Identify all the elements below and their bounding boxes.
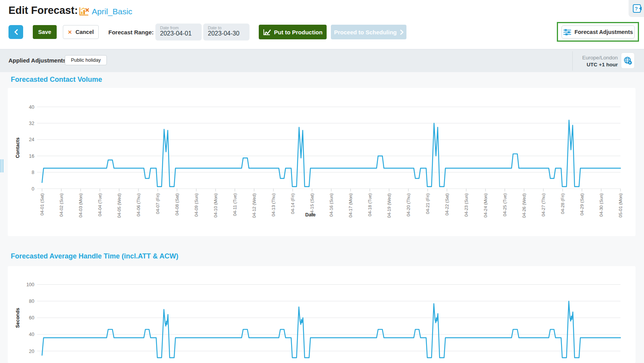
svg-text:04-02 (Sun): 04-02 (Sun) xyxy=(59,193,64,217)
sliders-icon xyxy=(563,29,571,35)
svg-text:04-12 (Wed): 04-12 (Wed) xyxy=(252,193,256,218)
contact-volume-card: 081624324004-01 (Sat)04-02 (Sun)04-03 (M… xyxy=(8,88,636,236)
aht-card: 20406080100Seconds xyxy=(8,266,636,363)
save-label: Save xyxy=(38,29,51,35)
svg-text:04-22 (Sat): 04-22 (Sat) xyxy=(445,193,449,216)
back-button[interactable] xyxy=(8,25,23,39)
timezone-region: Europe/London xyxy=(582,55,618,61)
svg-text:16: 16 xyxy=(29,154,34,159)
timezone-offset: UTC +1 hour xyxy=(587,62,618,68)
chart-check-icon xyxy=(263,29,271,35)
chevron-left-icon xyxy=(14,29,18,35)
adjustment-chip[interactable]: Public holiday xyxy=(65,55,107,65)
svg-text:04-01 (Sat): 04-01 (Sat) xyxy=(40,193,44,216)
timezone-info: Europe/London UTC +1 hour xyxy=(567,54,618,68)
date-from-field[interactable]: Date from 2023-04-01 xyxy=(155,24,202,41)
svg-text:40: 40 xyxy=(29,332,34,337)
contact-volume-title: Forecasted Contact Volume xyxy=(11,76,102,84)
date-from-label: Date from xyxy=(160,25,197,30)
panel-drag-handle[interactable] xyxy=(0,159,4,172)
aht-title: Forecasted Average Handle Time (incl.ATT… xyxy=(11,252,178,260)
svg-text:04-28 (Fri): 04-28 (Fri) xyxy=(560,193,565,214)
svg-text:04-20 (Thu): 04-20 (Thu) xyxy=(406,193,411,216)
svg-text:04-30 (Sun): 04-30 (Sun) xyxy=(599,193,604,217)
page-title: Edit Forecast: xyxy=(8,5,78,17)
svg-text:04-14 (Fri): 04-14 (Fri) xyxy=(290,193,295,214)
svg-text:100: 100 xyxy=(26,282,34,287)
svg-text:05-01 (Mon): 05-01 (Mon) xyxy=(618,193,623,218)
svg-text:60: 60 xyxy=(29,315,34,321)
chevron-right-icon xyxy=(400,30,403,35)
svg-text:Contacts: Contacts xyxy=(15,137,20,158)
aht-chart: 20406080100Seconds xyxy=(8,266,636,363)
globe-icon xyxy=(623,56,632,65)
help-panel-icon[interactable]: ? xyxy=(632,3,642,14)
svg-text:04-25 (Tue): 04-25 (Tue) xyxy=(502,193,507,216)
svg-text:04-18 (Tue): 04-18 (Tue) xyxy=(368,193,372,216)
svg-text:04-08 (Sat): 04-08 (Sat) xyxy=(175,193,179,216)
svg-text:?: ? xyxy=(635,6,638,12)
put-to-production-label: Put to Production xyxy=(274,29,323,35)
proceed-to-scheduling-label: Proceed to Scheduling xyxy=(334,29,397,35)
forecast-adjustments-label: Forecast Adjustments xyxy=(575,29,633,35)
svg-text:8: 8 xyxy=(32,170,34,175)
svg-text:04-16 (Sun): 04-16 (Sun) xyxy=(329,193,334,217)
x-icon: ✕ xyxy=(68,29,72,35)
svg-text:40: 40 xyxy=(29,105,34,110)
svg-text:04-11 (Tue): 04-11 (Tue) xyxy=(233,193,237,216)
svg-text:04-07 (Fri): 04-07 (Fri) xyxy=(155,193,160,214)
applied-adjustments-bar: Applied Adjustments: Public holiday Euro… xyxy=(0,49,644,72)
svg-text:Date: Date xyxy=(305,212,315,218)
svg-text:04-27 (Thu): 04-27 (Thu) xyxy=(541,193,546,216)
svg-text:04-04 (Tue): 04-04 (Tue) xyxy=(98,193,102,216)
date-from-value: 2023-04-01 xyxy=(160,30,197,37)
svg-text:Seconds: Seconds xyxy=(15,308,20,328)
svg-text:80: 80 xyxy=(29,299,34,304)
put-to-production-button[interactable]: Put to Production xyxy=(259,25,327,39)
svg-text:04-09 (Sun): 04-09 (Sun) xyxy=(194,193,199,217)
svg-text:04-26 (Wed): 04-26 (Wed) xyxy=(522,193,526,218)
svg-text:24: 24 xyxy=(29,137,34,142)
svg-text:0: 0 xyxy=(32,186,34,192)
svg-text:04-23 (Sun): 04-23 (Sun) xyxy=(464,193,469,217)
svg-text:04-29 (Sat): 04-29 (Sat) xyxy=(580,193,584,216)
svg-text:04-19 (Wed): 04-19 (Wed) xyxy=(387,193,391,218)
svg-text:04-13 (Thu): 04-13 (Thu) xyxy=(271,193,276,216)
cancel-label: Cancel xyxy=(76,29,94,35)
svg-text:04-21 (Fri): 04-21 (Fri) xyxy=(425,193,430,214)
svg-text:04-06 (Thu): 04-06 (Thu) xyxy=(136,193,141,216)
svg-text:04-24 (Mon): 04-24 (Mon) xyxy=(483,193,488,218)
forecast-adjustments-button[interactable]: Forecast Adjustments xyxy=(561,25,635,39)
svg-text:04-05 (Wed): 04-05 (Wed) xyxy=(117,193,121,218)
timezone-button[interactable] xyxy=(621,52,635,69)
forecast-chart-icon xyxy=(79,7,89,17)
svg-text:20: 20 xyxy=(29,349,34,354)
svg-text:04-10 (Mon): 04-10 (Mon) xyxy=(213,193,218,218)
cancel-button[interactable]: ✕ Cancel xyxy=(63,25,99,39)
date-to-field[interactable]: Date to 2023-04-30 xyxy=(203,24,250,41)
forecast-range-label: Forecast Range: xyxy=(108,29,154,35)
svg-text:04-17 (Mon): 04-17 (Mon) xyxy=(348,193,353,218)
date-to-label: Date to xyxy=(208,25,245,30)
svg-text:32: 32 xyxy=(29,121,34,126)
applied-adjustments-label: Applied Adjustments: xyxy=(8,57,68,64)
svg-text:04-03 (Mon): 04-03 (Mon) xyxy=(78,193,83,218)
contact-volume-chart: 081624324004-01 (Sat)04-02 (Sun)04-03 (M… xyxy=(8,88,636,236)
save-button[interactable]: Save xyxy=(33,25,57,39)
forecast-name[interactable]: April_Basic xyxy=(92,7,132,16)
proceed-to-scheduling-button: Proceed to Scheduling xyxy=(331,25,406,39)
date-to-value: 2023-04-30 xyxy=(208,30,245,37)
